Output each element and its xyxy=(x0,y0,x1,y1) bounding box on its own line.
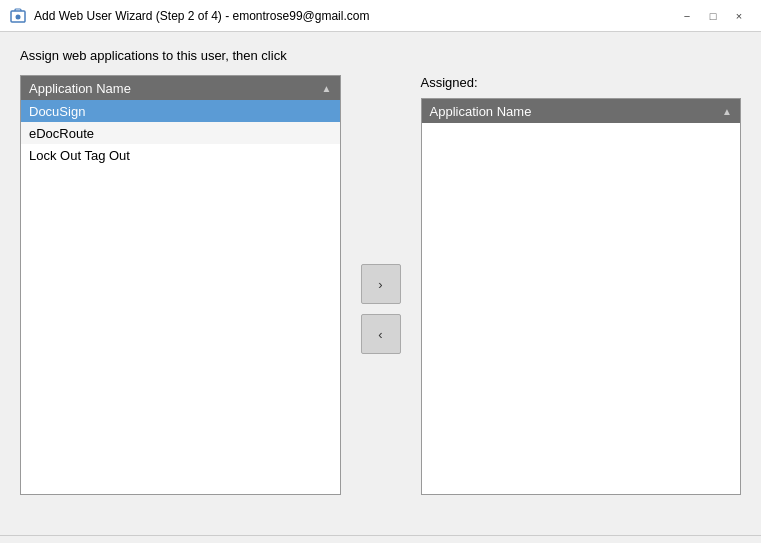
move-left-icon: ‹ xyxy=(378,327,382,342)
left-sort-icon: ▲ xyxy=(322,83,332,94)
left-list-header: Application Name ▲ xyxy=(21,76,340,100)
title-bar-text: Add Web User Wizard (Step 2 of 4) - emon… xyxy=(34,9,369,23)
left-list-header-label: Application Name xyxy=(29,81,131,96)
move-left-button[interactable]: ‹ xyxy=(361,314,401,354)
panels-row: Application Name ▲ DocuSign eDocRoute Lo… xyxy=(20,75,741,519)
instruction-text: Assign web applications to this user, th… xyxy=(20,48,741,63)
title-bar: Add Web User Wizard (Step 2 of 4) - emon… xyxy=(0,0,761,32)
app-icon xyxy=(10,8,26,24)
right-list-header-label: Application Name xyxy=(430,104,532,119)
middle-controls: › ‹ xyxy=(341,99,421,519)
list-item[interactable]: eDocRoute xyxy=(21,122,340,144)
right-panel: Assigned: Application Name ▲ xyxy=(421,75,742,495)
assigned-label: Assigned: xyxy=(421,75,478,90)
left-panel: Application Name ▲ DocuSign eDocRoute Lo… xyxy=(20,75,341,495)
move-right-button[interactable]: › xyxy=(361,264,401,304)
minimize-button[interactable]: − xyxy=(675,6,699,26)
main-content: Assign web applications to this user, th… xyxy=(0,32,761,535)
right-sort-icon: ▲ xyxy=(722,106,732,117)
list-item[interactable]: DocuSign xyxy=(21,100,340,122)
maximize-button[interactable]: □ xyxy=(701,6,725,26)
move-right-icon: › xyxy=(378,277,382,292)
svg-point-1 xyxy=(16,14,21,19)
list-item[interactable]: Lock Out Tag Out xyxy=(21,144,340,166)
close-button[interactable]: × xyxy=(727,6,751,26)
footer: < Back Next > Cancel xyxy=(0,535,761,543)
right-list-container: Application Name ▲ xyxy=(421,98,742,495)
title-bar-left: Add Web User Wizard (Step 2 of 4) - emon… xyxy=(10,8,369,24)
assigned-label-row: Assigned: xyxy=(421,75,742,94)
title-bar-controls: − □ × xyxy=(675,6,751,26)
right-list-header: Application Name ▲ xyxy=(422,99,741,123)
left-list-container: Application Name ▲ DocuSign eDocRoute Lo… xyxy=(20,75,341,495)
